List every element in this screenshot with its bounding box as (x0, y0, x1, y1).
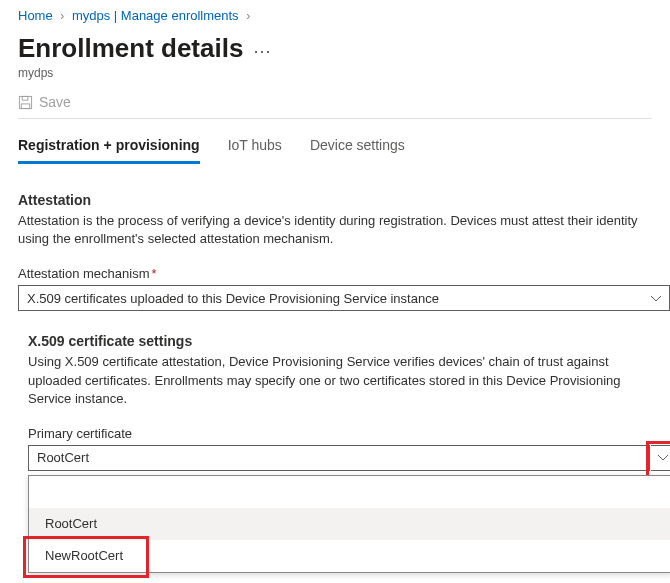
attestation-heading: Attestation (18, 192, 652, 208)
breadcrumb-mydps[interactable]: mydps | Manage enrollments (72, 8, 239, 23)
chevron-right-icon: › (60, 9, 64, 23)
page-title: Enrollment details (18, 33, 243, 64)
breadcrumb-home[interactable]: Home (18, 8, 53, 23)
primary-certificate-chevron-button[interactable] (651, 445, 670, 471)
chevron-right-icon: › (246, 9, 250, 23)
tab-registration-provisioning[interactable]: Registration + provisioning (18, 133, 200, 164)
primary-certificate-dropdown: RootCert NewRootCert (28, 475, 670, 573)
more-icon[interactable]: ⋯ (253, 40, 271, 62)
svg-rect-1 (22, 96, 28, 100)
dropdown-option-newrootcert[interactable]: NewRootCert (29, 540, 670, 572)
page-subtitle: mydps (18, 66, 652, 80)
svg-rect-2 (21, 103, 29, 108)
command-bar: Save (18, 94, 652, 119)
chevron-down-icon (651, 293, 661, 304)
tab-device-settings[interactable]: Device settings (310, 133, 405, 164)
attestation-description: Attestation is the process of verifying … (18, 212, 638, 248)
chevron-down-icon (658, 455, 668, 461)
x509-heading: X.509 certificate settings (28, 333, 652, 349)
primary-certificate-value: RootCert (37, 450, 89, 465)
save-button[interactable]: Save (18, 94, 71, 110)
x509-description: Using X.509 certificate attestation, Dev… (28, 353, 648, 408)
dropdown-option-rootcert[interactable]: RootCert (29, 508, 670, 540)
attestation-mechanism-value: X.509 certificates uploaded to this Devi… (27, 291, 439, 306)
breadcrumb: Home › mydps | Manage enrollments › (18, 8, 652, 23)
primary-certificate-label: Primary certificate (28, 426, 652, 441)
tab-iot-hubs[interactable]: IoT hubs (228, 133, 282, 164)
primary-certificate-select[interactable]: RootCert (28, 445, 650, 471)
dropdown-blank-option[interactable] (29, 476, 670, 508)
save-icon (18, 95, 33, 110)
tab-bar: Registration + provisioning IoT hubs Dev… (18, 133, 652, 164)
attestation-mechanism-select[interactable]: X.509 certificates uploaded to this Devi… (18, 285, 670, 311)
attestation-mechanism-label: Attestation mechanism* (18, 266, 652, 281)
save-label: Save (39, 94, 71, 110)
